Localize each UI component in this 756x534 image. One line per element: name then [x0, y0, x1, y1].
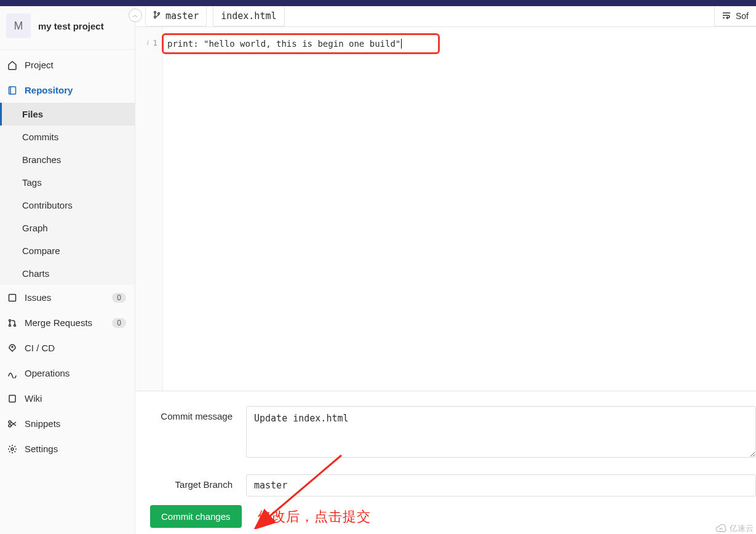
annotation-highlight-box: print: "hello world, this is begin one b… — [162, 33, 440, 54]
code-pane[interactable]: print: "hello world, this is begin one b… — [163, 27, 756, 391]
mr-count-badge: 0 — [112, 318, 126, 328]
svg-point-8 — [9, 424, 11, 427]
repository-sub-items: Files Commits Branches Tags Contributors… — [0, 103, 135, 285]
nav-label: Issues — [25, 292, 105, 303]
sidebar: M my test project Project Repository Fil… — [0, 6, 135, 534]
nav-label: Project — [25, 60, 126, 70]
nav-label: Repository — [25, 85, 126, 95]
sidebar-sub-files[interactable]: Files — [0, 103, 135, 126]
sidebar-item-operations[interactable]: Operations — [0, 361, 135, 386]
watermark-text: 亿速云 — [730, 523, 754, 534]
sidebar-sub-tags[interactable]: Tags — [0, 171, 135, 194]
sidebar-item-snippets[interactable]: Snippets — [0, 411, 135, 436]
sidebar-item-project[interactable]: Project — [0, 52, 135, 78]
sidebar-sub-commits[interactable]: Commits — [0, 126, 135, 148]
commit-message-input[interactable] — [246, 406, 756, 458]
nav-label: Wiki — [25, 393, 126, 404]
svg-rect-1 — [9, 294, 16, 301]
target-branch-label: Target Branch — [154, 474, 246, 490]
soft-wrap-toggle[interactable]: Sof — [714, 6, 756, 26]
line-gutter: i 1 — [135, 27, 163, 391]
nav-label: Merge Requests — [25, 317, 105, 328]
branch-icon — [153, 10, 161, 22]
sidebar-item-merge-requests[interactable]: Merge Requests 0 — [0, 310, 135, 335]
merge-request-icon — [7, 318, 17, 328]
main-content: master index.html Sof i 1 print — [135, 6, 756, 534]
sidebar-item-wiki[interactable]: Wiki — [0, 386, 135, 411]
svg-point-9 — [11, 448, 14, 450]
file-name: index.html — [221, 10, 276, 22]
file-path-box[interactable]: index.html — [213, 6, 284, 26]
svg-rect-0 — [9, 87, 16, 94]
wrap-icon — [722, 11, 731, 21]
nav-label: Operations — [25, 368, 126, 378]
rocket-icon — [7, 343, 17, 353]
cloud-icon — [715, 524, 727, 533]
repository-icon — [7, 86, 17, 95]
text-cursor — [401, 39, 402, 49]
sidebar-item-issues[interactable]: Issues 0 — [0, 285, 135, 310]
project-avatar: M — [6, 14, 31, 38]
code-line-1[interactable]: print: "hello world, this is begin one b… — [167, 39, 400, 49]
svg-point-2 — [9, 319, 11, 321]
svg-point-12 — [158, 13, 160, 15]
commit-changes-button[interactable]: Commit changes — [150, 505, 242, 528]
nav-label: Snippets — [25, 418, 126, 429]
svg-point-5 — [12, 346, 13, 348]
scissors-icon — [7, 419, 17, 429]
line-number: 1 — [153, 38, 157, 47]
sidebar-sub-charts[interactable]: Charts — [0, 262, 135, 285]
nav-label: CI / CD — [25, 343, 126, 353]
project-name: my test project — [38, 21, 104, 31]
home-icon — [7, 60, 17, 70]
header-strip — [0, 0, 756, 6]
svg-rect-6 — [9, 395, 15, 402]
svg-point-7 — [9, 421, 11, 423]
commit-message-label: Commit message — [154, 406, 246, 421]
sidebar-item-repository[interactable]: Repository — [0, 78, 135, 103]
branch-name: master — [165, 10, 199, 22]
sidebar-sub-branches[interactable]: Branches — [0, 148, 135, 171]
chevron-up-icon: ︿ — [132, 11, 138, 20]
issues-icon — [7, 293, 17, 303]
target-branch-input[interactable] — [246, 474, 756, 496]
branch-selector[interactable]: master — [145, 6, 207, 26]
sidebar-item-cicd[interactable]: CI / CD — [0, 335, 135, 361]
book-icon — [7, 394, 17, 404]
svg-point-4 — [14, 324, 16, 326]
sidebar-collapse-handle[interactable]: ︿ — [129, 9, 142, 22]
info-icon: i — [147, 38, 149, 47]
operations-icon — [7, 369, 17, 378]
sidebar-sub-graph[interactable]: Graph — [0, 217, 135, 239]
editor-topbar: master index.html Sof — [135, 6, 756, 27]
svg-point-11 — [154, 17, 156, 18]
wrap-label: Sof — [736, 11, 749, 21]
sidebar-item-settings[interactable]: Settings — [0, 436, 135, 461]
sidebar-sub-compare[interactable]: Compare — [0, 239, 135, 262]
issues-count-badge: 0 — [112, 293, 126, 303]
svg-point-3 — [9, 324, 11, 326]
sidebar-sub-contributors[interactable]: Contributors — [0, 194, 135, 217]
gear-icon — [7, 444, 17, 454]
nav-label: Settings — [25, 444, 126, 454]
code-editor[interactable]: i 1 print: "hello world, this is begin o… — [135, 27, 756, 391]
svg-point-10 — [154, 12, 156, 14]
commit-form: Commit message Target Branch Commit chan… — [135, 391, 756, 534]
watermark: 亿速云 — [715, 523, 754, 534]
sidebar-project-header[interactable]: M my test project — [0, 6, 135, 50]
annotation-text: 修改后，点击提交 — [258, 508, 371, 526]
